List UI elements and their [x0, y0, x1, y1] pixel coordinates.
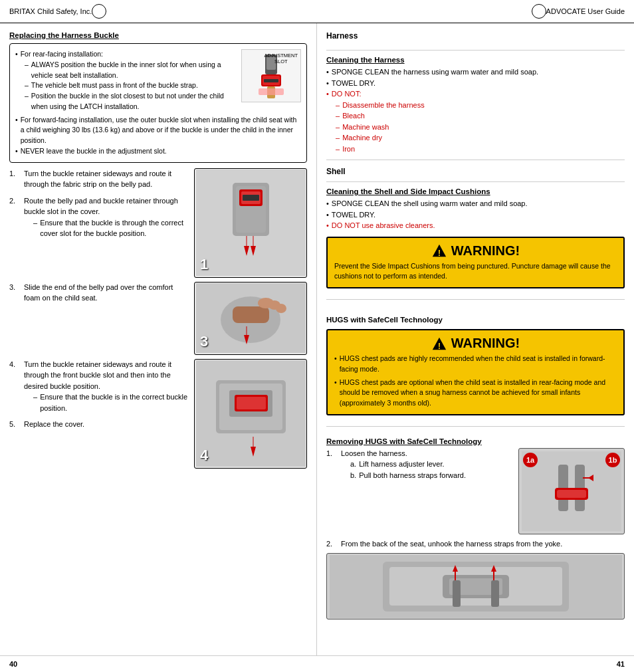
- do-not-2: Bleach: [326, 110, 625, 122]
- warning-triangle-icon-1: !: [431, 243, 447, 258]
- steps-section: 1. Turn the buckle retainer sideways and…: [9, 168, 307, 469]
- harness-cleaning-section: Cleaning the Harness SPONGE CLEAN the ha…: [326, 56, 625, 154]
- svg-rect-4: [264, 79, 278, 82]
- do-not-3: Machine wash: [326, 122, 625, 133]
- removing-step-1-text: 1. Loosen the harness. a.Lift harness ad…: [326, 448, 514, 485]
- warning-box-1: ! WARNING! Prevent the Side Impact Cushi…: [326, 237, 625, 289]
- removing-diagram-2-svg: [330, 555, 622, 618]
- diagram-removing-2: [326, 553, 625, 619]
- shell-do-not: DO NOT use abrasive cleaners.: [326, 220, 625, 231]
- removing-step-1: 1. Loosen the harness. a.Lift harness ad…: [326, 448, 514, 481]
- warning-body-1: Prevent the Side Impact Cushions from be…: [334, 261, 617, 282]
- step-4-content: Turn the buckle retainer sideways and ro…: [24, 360, 171, 390]
- warning-triangle-icon-2: !: [431, 336, 447, 351]
- diagram-1-svg: [196, 169, 306, 276]
- hr-5: [326, 426, 625, 427]
- svg-rect-19: [233, 306, 269, 323]
- buckle-image: ADJUSTMENTSLOT: [241, 49, 301, 102]
- warning-title-1: WARNING!: [451, 243, 520, 259]
- hugs-warning-bullet-1: HUGS chest pads are highly recommended w…: [334, 354, 617, 375]
- step-4-text: 4. Turn the buckle retainer sideways and…: [9, 359, 189, 435]
- header-left-title: BRITAX Child Safety, Inc.: [9, 7, 92, 15]
- shell-bullet-2: TOWEL DRY.: [326, 209, 625, 221]
- buckle-bullet-2: For forward-facing installation, use the…: [15, 115, 301, 146]
- header-circle-right: [532, 4, 546, 19]
- shell-section: Shell Cleaning the Shell and Side Impact…: [326, 166, 625, 231]
- harness-do-not: DO NOT:: [326, 88, 625, 100]
- step-2-sub-1: Ensure that the buckle is through the co…: [33, 217, 189, 239]
- step-5-content: Replace the cover.: [24, 419, 84, 430]
- hr-4: [326, 299, 625, 300]
- svg-rect-12: [243, 195, 259, 201]
- hr-2: [326, 160, 625, 160]
- removing-step-2-content: From the back of the seat, unhook the ha…: [341, 538, 562, 550]
- step-4-num: 4.: [9, 359, 19, 414]
- diagram-1: 1: [194, 168, 307, 278]
- step-row-4: 4. Turn the buckle retainer sideways and…: [9, 359, 307, 469]
- step-4-sub-1: Ensure that the buckle is in the correct…: [33, 392, 189, 413]
- step-2-num: 2.: [9, 195, 19, 239]
- hugs-section: HUGS with SafeCell Technology ! WARNING!…: [326, 309, 625, 421]
- step-1-content: Turn the buckle retainer sideways and ro…: [24, 168, 189, 190]
- warning-header-1: ! WARNING!: [334, 243, 617, 259]
- buckle-dash-2: The vehicle belt must pass in front of t…: [15, 80, 236, 91]
- warning-body-2: HUGS chest pads are highly recommended w…: [334, 354, 617, 409]
- diagram-badge-1a: 1a: [523, 453, 538, 467]
- step-3-content: Slide the end of the belly pad over the …: [24, 282, 189, 304]
- removing-sub-b: b.Pull both harness straps forward.: [350, 470, 466, 481]
- buckle-bullet-3: NEVER leave the buckle in the adjustment…: [15, 146, 301, 157]
- step-row-1: 1. Turn the buckle retainer sideways and…: [9, 168, 307, 278]
- hugs-title: HUGS with SafeCell Technology: [326, 316, 625, 324]
- diagram-3: 3: [194, 282, 307, 355]
- do-not-1: Disassemble the harness: [326, 100, 625, 111]
- header-circle-left: [92, 4, 106, 19]
- harness-bullet-2: TOWEL DRY.: [326, 78, 625, 89]
- buckle-dash-3: Position the buckle in the slot closest …: [15, 91, 236, 112]
- diagram-4-number: 4: [200, 447, 208, 464]
- buckle-text: For rear-facing installation: ALWAYS pos…: [15, 49, 236, 112]
- hr-1: [326, 50, 625, 51]
- footer-right-page: 41: [617, 660, 625, 668]
- removing-section: Removing HUGS with SafeCell Technology 1…: [326, 437, 625, 620]
- do-not-5: Iron: [326, 144, 625, 155]
- removing-sub-a: a.Lift harness adjuster lever.: [350, 459, 466, 470]
- header-right-title: ADVOCATE User Guide: [546, 7, 625, 15]
- buckle-dash-1: ALWAYS position the buckle in the inner …: [15, 60, 236, 81]
- warning-header-2: ! WARNING!: [334, 336, 617, 351]
- step-1-num: 1.: [9, 168, 19, 190]
- removing-step-1-subs: a.Lift harness adjuster lever. b.Pull bo…: [341, 459, 466, 481]
- removing-step-1-main: Loosen the harness.: [341, 449, 407, 457]
- buckle-lower-bullets: For forward-facing installation, use the…: [15, 115, 301, 157]
- diagram-4: 4: [194, 359, 307, 469]
- svg-text:!: !: [438, 340, 441, 350]
- step-5-num: 5.: [9, 419, 19, 430]
- step-row-3: 3. Slide the end of the belly pad over t…: [9, 282, 307, 355]
- harness-bullet-1: SPONGE CLEAN the harness using warm wate…: [326, 66, 625, 78]
- svg-rect-41: [557, 490, 586, 498]
- step-3-num: 3.: [9, 282, 19, 304]
- removing-title: Removing HUGS with SafeCell Technology: [326, 437, 625, 445]
- buckle-bullet-1: For rear-facing installation:: [15, 49, 236, 60]
- removing-step-2: 2. From the back of the seat, unhook the…: [326, 538, 625, 550]
- svg-point-22: [276, 304, 286, 313]
- footer-left-page: 40: [9, 660, 17, 668]
- diagram-3-number: 3: [200, 333, 208, 350]
- warning-box-2: ! WARNING! HUGS chest pads are highly re…: [326, 329, 625, 415]
- buckle-box: For rear-facing installation: ALWAYS pos…: [9, 43, 307, 163]
- diagram-1-number: 1: [200, 256, 208, 273]
- warning-title-2: WARNING!: [451, 336, 520, 351]
- step-3-text: 3. Slide the end of the belly pad over t…: [9, 282, 189, 309]
- left-page: Replacing the Harness Buckle For rear-fa…: [0, 23, 317, 655]
- svg-rect-49: [453, 580, 461, 607]
- removing-step-1-block: 1. Loosen the harness. a.Lift harness ad…: [326, 448, 625, 534]
- hugs-warning-bullet-2: HUGS chest pads are optional when the ch…: [334, 378, 617, 409]
- left-section-title: Replacing the Harness Buckle: [9, 31, 307, 39]
- footer: 40 41: [0, 655, 634, 672]
- diagram-removing-1: 1a 1b: [518, 448, 625, 534]
- svg-rect-50: [491, 580, 499, 607]
- diagram-3-svg: [196, 283, 306, 353]
- diagram-4-svg: [196, 360, 306, 467]
- svg-text:!: !: [438, 248, 441, 258]
- shell-title: Shell: [326, 167, 625, 176]
- do-not-4: Machine dry: [326, 132, 625, 144]
